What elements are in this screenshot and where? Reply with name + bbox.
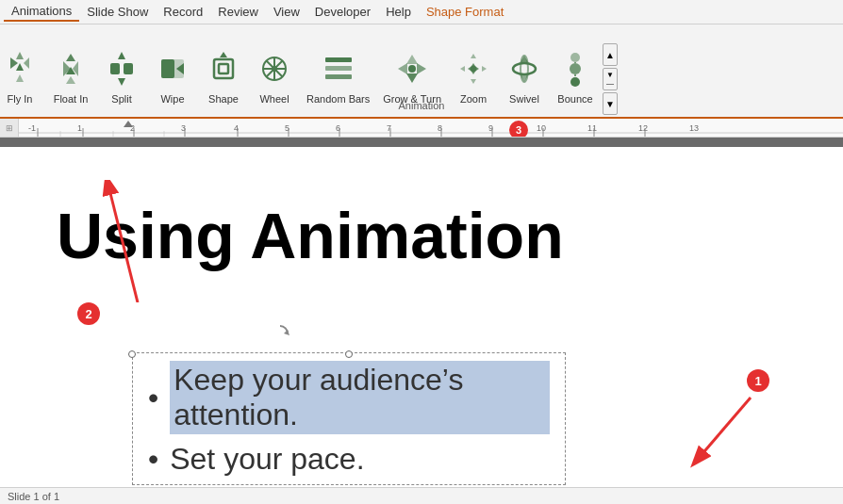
ribbon: Fly In Float In (0, 24, 843, 119)
svg-point-49 (570, 77, 580, 87)
svg-point-47 (570, 53, 580, 62)
svg-marker-42 (482, 66, 487, 72)
ruler: ⊞ -1 1 2 3 4 5 6 7 8 9 10 11 12 13 (0, 119, 843, 138)
bullet-item-2: • Set your pace. (148, 442, 550, 477)
menu-help[interactable]: Help (378, 3, 419, 21)
svg-point-43 (513, 63, 536, 74)
random-bars-icon (320, 46, 357, 91)
slide-info: Slide 1 of 1 (8, 491, 59, 502)
scroll-up-button[interactable]: ▲ (603, 43, 618, 66)
grow-turn-icon (393, 46, 431, 91)
svg-text:11: 11 (587, 123, 597, 133)
svg-marker-41 (460, 66, 465, 72)
svg-marker-39 (471, 54, 476, 58)
menu-animations[interactable]: Animations (4, 2, 79, 22)
svg-rect-10 (110, 63, 120, 74)
wipe-icon (154, 46, 191, 91)
bullet-item-1: • Keep your audience’s attention. (148, 361, 550, 434)
svg-marker-12 (118, 52, 125, 59)
svg-marker-29 (406, 55, 418, 64)
bullet-text-2: Set your pace. (170, 442, 364, 477)
annotation-2: 2 (77, 302, 100, 325)
svg-marker-2 (16, 63, 24, 71)
bullet-dot-1: • (148, 381, 158, 415)
menu-slideshow[interactable]: Slide Show (79, 3, 156, 21)
menu-review[interactable]: Review (210, 3, 266, 21)
ruler-horizontal: -1 1 2 3 4 5 6 7 8 9 10 11 12 13 (19, 119, 843, 138)
annotation-1: 1 (747, 369, 769, 392)
svg-text:1: 1 (77, 123, 82, 133)
svg-point-48 (570, 63, 581, 74)
menu-shape-format[interactable]: Shape Format (419, 3, 511, 21)
svg-marker-19 (220, 52, 227, 57)
bullet-dot-2: • (148, 442, 158, 477)
svg-text:-1: -1 (28, 123, 36, 133)
svg-marker-13 (118, 78, 125, 86)
swivel-icon (505, 46, 543, 91)
svg-marker-0 (16, 52, 24, 59)
zoom-icon (455, 46, 492, 91)
svg-point-33 (408, 65, 416, 73)
ribbon-group-label: Animation (399, 100, 445, 111)
svg-text:10: 10 (537, 123, 546, 133)
svg-text:13: 13 (689, 123, 699, 133)
svg-rect-17 (214, 59, 233, 78)
svg-marker-30 (417, 63, 426, 74)
svg-marker-9 (66, 76, 75, 84)
bullet-text-1-highlighted: Keep your audience’s attention. (170, 361, 550, 434)
menu-view[interactable]: View (266, 3, 307, 21)
svg-rect-28 (325, 74, 352, 79)
float-in-icon (52, 46, 90, 91)
text-box[interactable]: • Keep your audience’s attention. • Set … (132, 352, 566, 485)
selection-handle-tm[interactable] (345, 350, 353, 358)
svg-rect-18 (219, 64, 228, 73)
rotate-handle[interactable] (271, 324, 289, 347)
svg-rect-15 (161, 59, 174, 78)
svg-marker-5 (66, 54, 75, 61)
scroll-more-button[interactable]: ▼— (603, 68, 618, 90)
svg-point-38 (471, 66, 476, 72)
svg-marker-32 (398, 63, 407, 74)
selection-handle-tl[interactable] (128, 350, 136, 358)
svg-text:12: 12 (638, 123, 648, 133)
shape-icon (205, 46, 242, 91)
split-icon (103, 46, 140, 91)
svg-rect-11 (124, 63, 133, 74)
annotation-3-ruler: 3 (509, 121, 528, 138)
menu-bar: Animations Slide Show Record Review View… (0, 0, 843, 24)
menu-record[interactable]: Record (156, 3, 210, 21)
wheel-icon (256, 46, 293, 91)
ruler-corner: ⊞ (0, 119, 19, 138)
bounce-icon (556, 46, 594, 91)
slide-area: Using Animation • Keep your audience’s a… (0, 138, 843, 487)
annotation-circle-2: 2 (77, 302, 100, 325)
status-bar: Slide 1 of 1 (0, 487, 843, 504)
fly-in-icon (1, 46, 39, 91)
svg-marker-4 (16, 74, 24, 82)
svg-rect-26 (325, 57, 352, 62)
svg-point-25 (272, 66, 277, 72)
menu-developer[interactable]: Developer (307, 3, 378, 21)
svg-rect-27 (325, 66, 352, 71)
svg-marker-31 (406, 73, 418, 83)
svg-marker-40 (471, 79, 476, 84)
svg-marker-3 (24, 57, 29, 69)
